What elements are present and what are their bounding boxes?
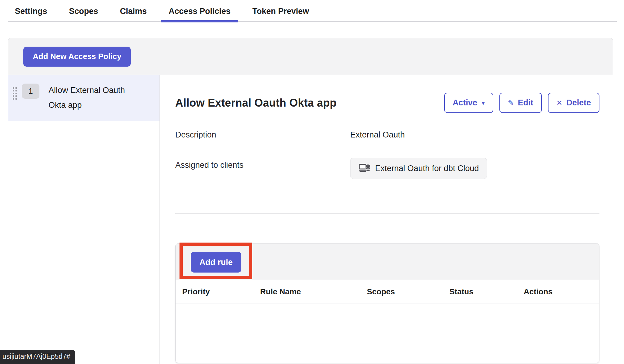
policy-list: 1 Allow External Oauth Okta app bbox=[8, 75, 160, 364]
client-chip-label: External Oauth for dbt Cloud bbox=[375, 164, 479, 173]
pencil-icon: ✎ bbox=[508, 99, 514, 107]
rules-table-body-empty bbox=[176, 303, 599, 363]
authorization-server-page: Settings Scopes Claims Access Policies T… bbox=[0, 0, 624, 364]
policies-toolbar: Add New Access Policy bbox=[8, 38, 613, 75]
tab-claims[interactable]: Claims bbox=[112, 0, 155, 22]
tab-bar: Settings Scopes Claims Access Policies T… bbox=[0, 0, 624, 22]
link-preview-statusbar: usijiutarM7Aj0Ep5d7# bbox=[0, 350, 75, 364]
tabbar-divider bbox=[8, 21, 617, 22]
tab-access-policies[interactable]: Access Policies bbox=[161, 0, 238, 22]
column-rule-name: Rule Name bbox=[260, 287, 367, 296]
assigned-client-chip: External Oauth for dbt Cloud bbox=[350, 158, 487, 179]
add-new-access-policy-button[interactable]: Add New Access Policy bbox=[23, 47, 131, 67]
rules-table-header: Priority Rule Name Scopes Status Actions bbox=[176, 280, 599, 303]
tab-token-preview[interactable]: Token Preview bbox=[244, 0, 317, 22]
tab-scopes[interactable]: Scopes bbox=[61, 0, 106, 22]
policy-actions: Active ▾ ✎ Edit ✕ Delete bbox=[444, 93, 599, 113]
rules-toolbar: Add rule bbox=[176, 243, 599, 280]
client-app-icon bbox=[358, 163, 371, 174]
column-priority: Priority bbox=[182, 287, 260, 296]
column-status: Status bbox=[449, 287, 524, 296]
policy-title: Allow External Oauth Okta app bbox=[175, 97, 337, 109]
delete-button[interactable]: ✕ Delete bbox=[548, 93, 599, 113]
policy-detail: Allow External Oauth Okta app Active ▾ ✎… bbox=[160, 75, 613, 364]
edit-button[interactable]: ✎ Edit bbox=[499, 93, 542, 113]
rules-panel: Add rule Priority Rule Name Scopes Statu… bbox=[175, 243, 599, 363]
section-divider bbox=[175, 213, 599, 214]
assigned-clients-label: Assigned to clients bbox=[175, 158, 350, 170]
description-value: External Oauth bbox=[350, 127, 405, 140]
chevron-down-icon: ▾ bbox=[482, 99, 485, 107]
policy-list-item[interactable]: 1 Allow External Oauth Okta app bbox=[8, 75, 159, 121]
access-policies-panel: Add New Access Policy 1 Allow External O… bbox=[8, 38, 613, 364]
column-actions: Actions bbox=[524, 287, 599, 296]
tab-settings[interactable]: Settings bbox=[7, 0, 55, 22]
drag-handle-icon[interactable] bbox=[13, 87, 17, 100]
column-scopes: Scopes bbox=[367, 287, 449, 296]
description-label: Description bbox=[175, 127, 350, 140]
close-icon: ✕ bbox=[556, 99, 562, 107]
active-status-dropdown[interactable]: Active ▾ bbox=[444, 93, 493, 113]
policy-order-badge: 1 bbox=[22, 84, 39, 99]
add-rule-button[interactable]: Add rule bbox=[191, 252, 241, 273]
policy-name: Allow External Oauth Okta app bbox=[49, 83, 139, 113]
